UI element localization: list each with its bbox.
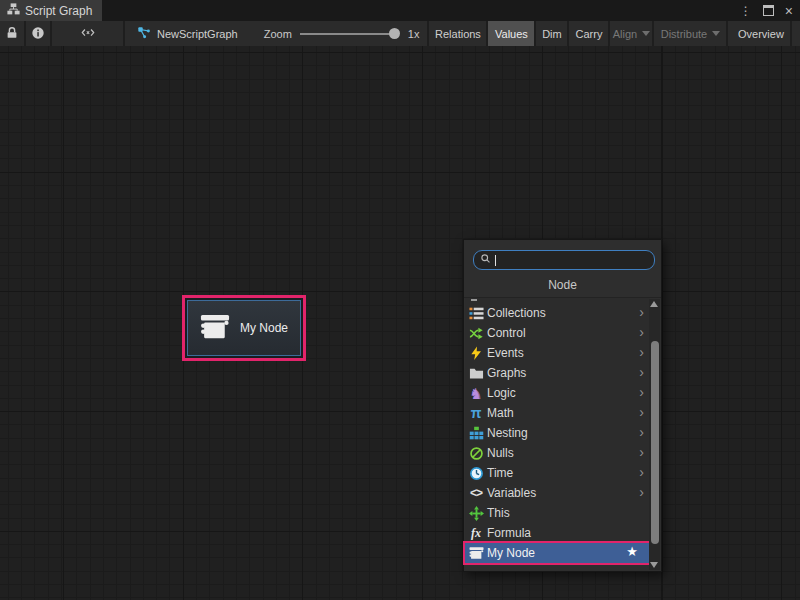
chevron-right-icon: ›	[639, 465, 644, 479]
toolbar-button-label: Relations	[435, 28, 481, 40]
finder-item-collections[interactable]: Collections›	[465, 303, 650, 323]
lock-icon	[5, 26, 19, 42]
toolbar-button-dim[interactable]: Dim	[536, 21, 567, 46]
node-icon	[468, 545, 484, 561]
toolbar-button-label: Overview	[738, 28, 784, 40]
window-controls: ⋮ ×	[740, 0, 800, 21]
finder-item-my-node[interactable]: My Node★	[465, 543, 650, 563]
search-input[interactable]	[499, 253, 648, 267]
kebab-menu-icon[interactable]: ⋮	[740, 5, 752, 17]
fuzzy-finder-panel: Node Collections› Control›Events›Graphs›…	[463, 239, 662, 572]
time-icon	[468, 465, 484, 481]
scroll-up-icon[interactable]	[650, 301, 658, 307]
toolbar-button-overview[interactable]: Overview	[731, 21, 790, 46]
finder-item-graphs[interactable]: Graphs›	[465, 363, 650, 383]
finder-item-this[interactable]: This	[465, 503, 650, 523]
finder-item-control[interactable]: Control›	[465, 323, 650, 343]
lock-button[interactable]	[0, 21, 24, 46]
graph-breadcrumb[interactable]: NewScriptGraph	[125, 21, 250, 46]
chevron-down-icon	[642, 31, 650, 36]
finder-item-nulls[interactable]: Nulls›	[465, 443, 650, 463]
info-button[interactable]	[26, 21, 50, 46]
toolbar-button-label: Carry	[576, 28, 603, 40]
zoom-slider-knob[interactable]	[389, 28, 400, 39]
finder-item-nesting[interactable]: Nesting›	[465, 423, 650, 443]
graph-icon	[137, 26, 151, 42]
toolbar-buttons: RelationsValuesDimCarryAlignDistributeOv…	[429, 21, 800, 46]
finder-item-label: Events	[487, 346, 524, 360]
script-graph-icon	[7, 3, 20, 19]
toolbar-button-label: Values	[495, 28, 528, 40]
graph-canvas[interactable]	[0, 46, 800, 600]
search-icon	[480, 251, 492, 269]
toolbar-button-label: Dim	[542, 28, 562, 40]
chevron-right-icon: ›	[639, 345, 644, 359]
search-field[interactable]	[473, 250, 655, 270]
toolbar-button-values[interactable]: Values	[488, 21, 534, 46]
info-icon	[31, 26, 45, 42]
maximize-icon[interactable]	[763, 5, 774, 16]
finder-item-logic[interactable]: ♞Logic›	[465, 383, 650, 403]
toolbar-button-relations[interactable]: Relations	[429, 21, 486, 46]
chevron-right-icon: ›	[639, 405, 644, 419]
finder-item-label: Control	[487, 326, 526, 340]
zoom-slider[interactable]	[300, 21, 400, 46]
finder-item-label: Logic	[487, 386, 516, 400]
graph-name: NewScriptGraph	[157, 28, 238, 40]
tab-label: Script Graph	[25, 4, 92, 18]
finder-item-label: Variables	[487, 486, 536, 500]
chevron-right-icon: ›	[639, 325, 644, 339]
chevron-right-icon: ›	[639, 485, 644, 499]
chevron-down-icon	[712, 31, 720, 36]
finder-item-label: My Node	[487, 546, 535, 560]
code-preview-button[interactable]	[52, 21, 123, 46]
finder-item-variables[interactable]: <>Variables›	[465, 483, 650, 503]
my-node-unit[interactable]: My Node	[182, 295, 306, 361]
tab-script-graph[interactable]: Script Graph	[0, 0, 102, 21]
zoom-slider-track[interactable]	[300, 33, 392, 35]
finder-item-label: Collections	[487, 306, 546, 320]
math-icon: π	[468, 405, 484, 421]
logic-icon: ♞	[468, 385, 484, 401]
chevron-right-icon: ›	[639, 305, 644, 319]
nulls-icon	[468, 445, 484, 461]
variables-icon: <>	[468, 485, 484, 501]
toolbar-button-label: Distribute	[661, 28, 707, 40]
finder-scrollbar[interactable]	[649, 299, 660, 570]
scroll-down-icon[interactable]	[650, 562, 658, 568]
finder-item-label: Nulls	[487, 446, 514, 460]
finder-item-label: This	[487, 506, 510, 520]
scrolled-item-fragment	[471, 299, 477, 301]
script-graph-window: Script Graph ⋮ ×	[0, 0, 800, 600]
close-icon[interactable]: ×	[785, 4, 793, 18]
favorite-star-icon[interactable]: ★	[626, 545, 638, 558]
graphs-icon	[468, 365, 484, 381]
text-caret	[495, 255, 496, 266]
finder-item-time[interactable]: Time›	[465, 463, 650, 483]
finder-item-label: Math	[487, 406, 514, 420]
graph-toolbar: NewScriptGraph Zoom 1x RelationsValuesDi…	[0, 21, 800, 46]
finder-item-label: Formula	[487, 526, 531, 540]
toolbar-button-align: Align	[610, 21, 652, 46]
finder-item-formula[interactable]: fxFormula	[465, 523, 650, 543]
zoom-value: 1x	[408, 28, 420, 40]
chevron-right-icon: ›	[639, 385, 644, 399]
zoom-label: Zoom	[264, 28, 292, 40]
scroll-thumb[interactable]	[651, 341, 659, 544]
finder-item-math[interactable]: πMath›	[465, 403, 650, 423]
toolbar-button-carry[interactable]: Carry	[569, 21, 608, 46]
finder-item-label: Time	[487, 466, 513, 480]
my-node-body: My Node	[187, 300, 301, 356]
node-label: My Node	[240, 321, 288, 335]
nesting-icon	[468, 425, 484, 441]
this-icon	[468, 505, 484, 521]
toolbar-button-label: Align	[613, 28, 637, 40]
finder-item-label: Graphs	[487, 366, 526, 380]
finder-item-events[interactable]: Events›	[465, 343, 650, 363]
formula-icon: fx	[468, 525, 484, 541]
events-icon	[468, 345, 484, 361]
angle-x-icon	[80, 26, 96, 42]
finder-item-label: Nesting	[487, 426, 528, 440]
toolbar-button-full-screen[interactable]: Full Screen	[792, 21, 800, 46]
zoom-control: Zoom 1x	[264, 21, 428, 46]
